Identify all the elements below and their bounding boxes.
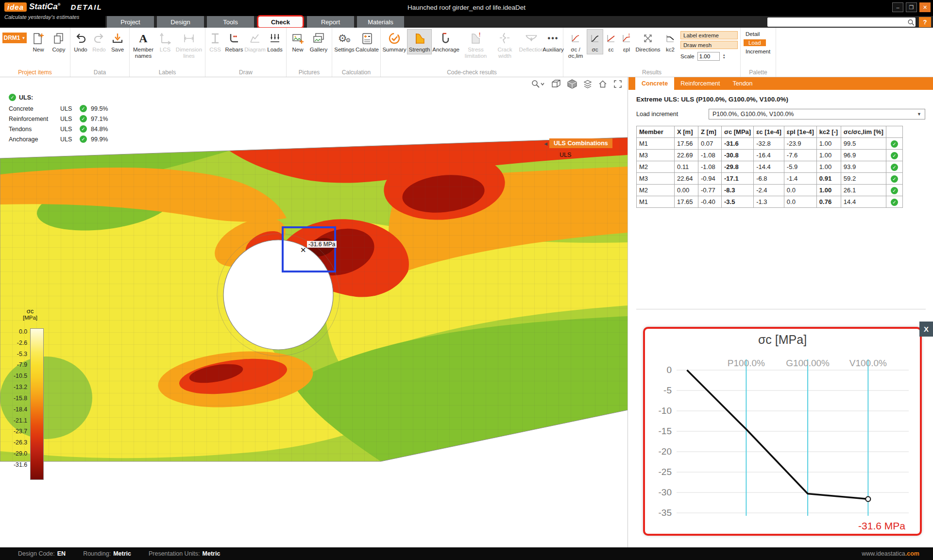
axonometry-icon[interactable] <box>551 79 561 89</box>
window-title: Haunched roof girder_end of life.ideaDet <box>0 4 933 11</box>
title-bar: Haunched roof girder_end of life.ideaDet… <box>0 0 933 16</box>
load-increment-dropdown[interactable]: P100.0%, G100.0%, V100.0% ▼ <box>709 109 925 119</box>
group-label-calculation: Calculation <box>332 69 380 76</box>
uls-summary-row: TendonsULS✓84.8% <box>9 124 108 134</box>
uls-summary-row: AnchorageULS✓99.9% <box>9 134 108 144</box>
redo-button[interactable]: Redo <box>90 29 108 54</box>
lcs-button[interactable]: LCS <box>156 29 174 54</box>
website-link[interactable]: www.ideastatica.com <box>862 550 919 557</box>
collapse-arrow-icon[interactable]: ◀ <box>544 141 547 146</box>
deflection-button[interactable]: Deflection <box>518 29 544 54</box>
uls-combination-item[interactable]: ULS <box>560 152 571 158</box>
panel-tab-reinforcement[interactable]: Reinforcement <box>674 77 726 90</box>
label-extreme-toggle[interactable]: Label extreme <box>680 31 738 39</box>
status-bar: Design Code:EN Rounding:Metric Presentat… <box>0 547 933 560</box>
palette-detail-button[interactable]: Detail <box>744 31 762 37</box>
rebar-icon <box>228 31 240 46</box>
help-button[interactable]: ? <box>919 17 931 27</box>
table-row[interactable]: M117.65-0.40-3.5-1.30.00.7614.4✓ <box>637 196 903 208</box>
close-button[interactable]: ✕ <box>919 2 931 12</box>
uls-summary: ✓ ULS: ConcreteULS✓99.5%ReinforcementULS… <box>9 94 108 144</box>
anchorage-button[interactable]: Anchorage <box>432 29 460 54</box>
kc2-button[interactable]: kc2 <box>662 29 679 54</box>
svg-text:!: ! <box>628 33 630 37</box>
legend-tick: -23.7 <box>7 428 27 435</box>
crack-width-button[interactable]: Crack width <box>492 29 518 61</box>
css-button[interactable]: CSS <box>206 29 224 54</box>
new-project-item-button[interactable]: New <box>28 29 49 54</box>
table-row[interactable]: M20.00-0.77-8.3-2.40.01.0026.1✓ <box>637 185 903 196</box>
ribbon-tab-report[interactable]: Report <box>307 16 354 28</box>
member-names-button[interactable]: A Member names <box>131 29 156 61</box>
ribbon-tab-check[interactable]: Check <box>257 15 304 29</box>
undo-icon <box>74 31 87 46</box>
group-label-results: Results <box>563 69 740 76</box>
group-label-labels: Labels <box>130 69 205 76</box>
scale-input[interactable] <box>697 52 720 61</box>
palette-load-button[interactable]: Load <box>744 39 766 46</box>
loads-button[interactable]: Loads <box>266 29 284 54</box>
spinner-arrows[interactable]: ▲▼ <box>723 53 726 59</box>
draw-mesh-toggle[interactable]: Draw mesh <box>680 41 738 49</box>
directions-button[interactable]: Directions <box>634 29 662 54</box>
minimize-button[interactable]: – <box>892 2 903 12</box>
ribbon-group-data: Undo Redo Save Data <box>70 28 130 77</box>
strength-button[interactable]: Strength <box>407 29 432 54</box>
table-row[interactable]: M322.64-0.94-17.1-6.8-1.40.9159.2✓ <box>637 173 903 185</box>
results-panel: ConcreteReinforcementTendon Extreme ULS:… <box>628 77 933 547</box>
fit-view-icon[interactable] <box>613 79 623 89</box>
table-row[interactable]: M322.69-1.08-30.8-16.4-7.61.0096.9✓ <box>637 150 903 161</box>
maximize-button[interactable]: ❐ <box>906 2 917 12</box>
rebars-button[interactable]: Rebars <box>224 29 244 54</box>
palette-increment-button[interactable]: Increment <box>744 48 772 55</box>
ribbon-group-code-check: Summary Strength Anchorage ! <box>381 28 563 77</box>
ribbon-tab-design[interactable]: Design <box>157 16 204 28</box>
extreme-selection-rectangle[interactable]: ✕ -31.6 MPa <box>282 226 336 272</box>
gallery-button[interactable]: Gallery <box>308 29 329 54</box>
ec-button[interactable]: εc <box>603 29 619 54</box>
save-button[interactable]: Save <box>108 29 127 54</box>
letter-a-icon: A <box>139 31 147 46</box>
summary-button[interactable]: Summary <box>382 29 407 54</box>
ribbon-tab-project[interactable]: Project <box>107 16 154 28</box>
settings-button[interactable]: ⚙⚙ Settings <box>333 29 356 54</box>
panel-tab-concrete[interactable]: Concrete <box>635 77 674 90</box>
home-view-icon[interactable] <box>598 79 608 89</box>
legend-tick: -13.2 <box>7 384 27 390</box>
ribbon-tab-materials[interactable]: Materials <box>357 16 404 28</box>
chart-title: σc [MPa] <box>645 333 920 347</box>
undo-button[interactable]: Undo <box>71 29 90 54</box>
calculate-button[interactable]: Calculate <box>356 29 379 54</box>
auxiliary-button[interactable]: ••• Auxiliary <box>544 29 562 54</box>
search-box[interactable] <box>767 17 916 27</box>
search-input[interactable] <box>770 18 907 26</box>
model-viewport[interactable]: ✓ ULS: ConcreteULS✓99.5%ReinforcementULS… <box>0 77 628 547</box>
ratio-plot-icon <box>570 31 581 46</box>
epl-button[interactable]: ! εpl <box>619 29 634 54</box>
table-row[interactable]: M20.11-1.08-29.8-14.4-5.91.0093.9✓ <box>637 161 903 173</box>
check-icon: ✓ <box>80 115 87 122</box>
column-header: kc2 [-] <box>816 126 841 138</box>
stress-limitation-button[interactable]: ! Stress limitation <box>460 29 492 61</box>
drm-selector-button[interactable]: DRM1▼ <box>2 33 27 43</box>
scale-label: Scale <box>680 53 695 59</box>
fem-contour-plot[interactable] <box>0 77 628 547</box>
panel-tab-tendon[interactable]: Tendon <box>726 77 759 90</box>
ribbon-group-labels: A Member names LCS Dimension lines Label… <box>130 28 205 77</box>
layers-icon[interactable] <box>583 79 593 89</box>
column-header: σc/σc,lim [%] <box>841 126 886 138</box>
uls-combinations-node[interactable]: ULS Combinations <box>549 138 612 148</box>
table-row[interactable]: M117.560.07-31.6-32.8-23.91.0099.5✓ <box>637 138 903 150</box>
zoom-menu-button[interactable] <box>531 79 545 89</box>
extreme-value-label: -31.6 MPa <box>307 241 337 248</box>
sc-button[interactable]: σc <box>587 29 603 54</box>
new-picture-button[interactable]: New <box>288 29 308 54</box>
copy-button[interactable]: Copy <box>49 29 69 54</box>
ribbon-tab-tools[interactable]: Tools <box>207 16 254 28</box>
dimension-lines-button[interactable]: Dimension lines <box>174 29 204 61</box>
chart-close-button[interactable]: X <box>919 322 933 337</box>
sc-sclim-button[interactable]: σc /σc,lim <box>564 29 587 61</box>
diagram-button[interactable]: Diagram <box>244 29 266 54</box>
save-icon <box>111 31 124 46</box>
solid-view-icon[interactable] <box>567 79 577 89</box>
